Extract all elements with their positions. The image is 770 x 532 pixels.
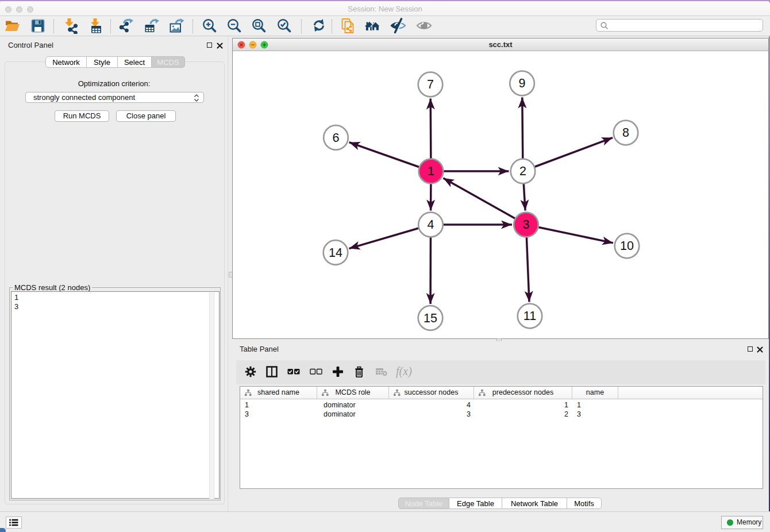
svg-text:9: 9	[519, 76, 526, 90]
svg-text:1: 1	[428, 164, 434, 178]
svg-text:14: 14	[329, 246, 342, 260]
svg-text:6: 6	[333, 131, 340, 145]
svg-text:7: 7	[427, 78, 434, 91]
svg-text:4: 4	[428, 218, 434, 232]
svg-text:2: 2	[519, 164, 526, 178]
svg-text:15: 15	[424, 311, 437, 325]
svg-text:3: 3	[523, 218, 530, 232]
svg-text:11: 11	[523, 309, 536, 323]
svg-text:8: 8	[622, 126, 629, 140]
svg-text:10: 10	[620, 239, 634, 253]
